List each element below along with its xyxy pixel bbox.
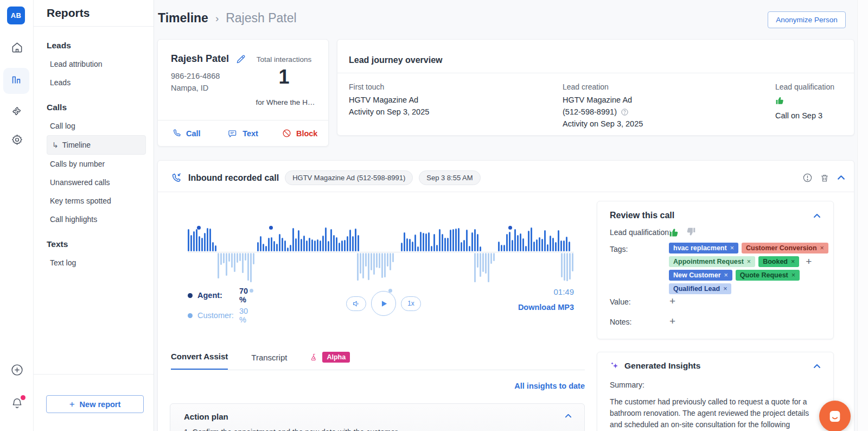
review-collapse-button[interactable] (813, 212, 821, 220)
customer-percentage: 30 % (239, 307, 248, 324)
tab-transcript[interactable]: Transcript (251, 353, 287, 370)
gear-icon (11, 134, 23, 148)
agent-waveform-bar (563, 240, 565, 251)
collapse-call-button[interactable] (837, 173, 846, 182)
delete-call-button[interactable] (820, 173, 829, 183)
reports-nav-button[interactable] (3, 68, 29, 94)
sidebar-item-text-log[interactable]: Text log (47, 253, 146, 272)
call-source-pill[interactable]: HGTV Magazine Ad (512-598-8991) (285, 170, 413, 185)
add-value-button[interactable]: + (669, 295, 675, 307)
review-call-panel: Review this call Lead qualification: Tag… (597, 201, 834, 339)
sidebar-item-unanswered-calls[interactable]: Unanswered calls (47, 173, 146, 192)
agent-waveform-bar (428, 232, 430, 251)
add-note-button[interactable]: + (669, 315, 675, 327)
tab-convert-assist[interactable]: Convert Assist (171, 352, 228, 370)
playback-speed-button[interactable]: 1x (401, 296, 421, 311)
tag-chip[interactable]: Appointment Request× (669, 256, 755, 267)
sidebar-item-label: Timeline (62, 141, 91, 149)
call-card-divider (158, 192, 854, 192)
home-nav-button[interactable] (0, 41, 34, 56)
tag-remove-icon[interactable]: × (792, 271, 795, 279)
lead-creation-label: Lead creation (563, 81, 643, 93)
agent-waveform-bar (531, 227, 532, 251)
integrations-nav-button[interactable] (0, 105, 34, 119)
customer-waveform-bar (564, 253, 565, 281)
summary-label: Summary: (610, 381, 644, 389)
call-datetime-pill[interactable]: Sep 3 8:55 AM (419, 170, 480, 185)
tag-remove-icon[interactable]: × (791, 258, 795, 265)
new-report-button[interactable]: + New report (46, 395, 144, 413)
sidebar-item-call-log[interactable]: Call log (47, 117, 146, 135)
chat-widget-button[interactable] (819, 401, 851, 431)
tag-chip[interactable]: Quote Request× (736, 270, 800, 281)
agent-waveform-bar (439, 229, 441, 251)
notifications-button[interactable] (0, 397, 34, 411)
block-button[interactable]: Block (271, 129, 328, 138)
sidebar-item-calls-by-number[interactable]: Calls by number (47, 155, 146, 173)
sidebar-item-timeline[interactable]: ↳Timeline (47, 135, 146, 155)
report-issue-button[interactable] (802, 173, 813, 183)
settings-nav-button[interactable] (0, 134, 34, 148)
customer-waveform-bar (480, 253, 481, 277)
agent-waveform-bar (517, 235, 519, 251)
download-mp3-link[interactable]: Download MP3 (471, 303, 574, 312)
tag-remove-icon[interactable]: × (723, 285, 727, 293)
account-avatar[interactable]: AB (7, 7, 25, 24)
sidebar-item-leads[interactable]: Leads (47, 73, 146, 92)
help-circle-icon[interactable] (621, 108, 629, 116)
add-tag-button[interactable]: + (806, 258, 812, 265)
tag-chip[interactable]: Qualified Lead× (669, 283, 731, 294)
customer-waveform-bar (371, 253, 372, 270)
agent-waveform-bar (417, 246, 419, 251)
block-icon (282, 129, 291, 138)
agent-waveform-bar (544, 230, 546, 251)
text-button[interactable]: Text (215, 129, 272, 138)
edit-contact-button[interactable] (235, 54, 246, 65)
sidebar-item-key-terms-spotted[interactable]: Key terms spotted (47, 192, 146, 210)
tag-chip[interactable]: hvac replacment× (669, 243, 738, 253)
segment-marker-dot (269, 226, 273, 230)
breadcrumb-timeline-link[interactable]: Timeline (158, 11, 208, 26)
call-button[interactable]: Call (158, 129, 215, 138)
anonymize-person-button[interactable]: Anonymize Person (768, 11, 846, 28)
chevron-up-icon (813, 362, 821, 371)
volume-button[interactable] (346, 296, 366, 311)
agent-waveform-bar (463, 240, 465, 251)
lead-creation-number: (512-598-8991) (563, 106, 617, 118)
tag-chip[interactable]: Booked× (758, 256, 799, 267)
thumbs-down-button[interactable] (685, 226, 696, 238)
play-button[interactable] (371, 291, 396, 316)
sidebar-item-call-highlights[interactable]: Call highlights (47, 210, 146, 229)
agent-waveform-bar (341, 240, 343, 251)
chevron-up-icon (564, 412, 572, 420)
add-button[interactable] (0, 363, 34, 379)
sidebar-footer-divider (34, 374, 154, 375)
tag-remove-icon[interactable]: × (820, 244, 824, 252)
customer-waveform-bar (247, 253, 249, 281)
agent-waveform-bar (263, 244, 264, 251)
tag-remove-icon[interactable]: × (730, 244, 734, 252)
agent-waveform-bar (477, 234, 478, 251)
action-plan-collapse-button[interactable] (564, 412, 572, 420)
tag-chip[interactable]: Customer Conversion× (742, 243, 828, 253)
agent-waveform-bar (190, 235, 192, 251)
insights-collapse-button[interactable] (813, 362, 821, 371)
tag-row: New Customer×Quote Request× (669, 270, 828, 281)
tag-remove-icon[interactable]: × (724, 271, 728, 279)
agent-waveform-bar (469, 246, 470, 251)
action-plan-first-item: 1. Confirm the appointment and the new d… (184, 428, 564, 431)
generated-insights-panel: Generated Insights Summary: The customer… (597, 352, 834, 431)
tag-remove-icon[interactable]: × (747, 258, 751, 265)
tag-chip[interactable]: New Customer× (669, 270, 732, 281)
lead-qualification-result: Call on Sep 3 (775, 110, 834, 122)
agent-waveform-bar (196, 229, 197, 251)
chevron-up-icon (813, 212, 821, 220)
sidebar-item-lead-attribution[interactable]: Lead attribution (47, 55, 146, 73)
thumbs-up-button[interactable] (669, 226, 680, 238)
reports-sidebar: Reports LeadsLead attributionLeadsCallsC… (34, 0, 154, 431)
call-waveform[interactable] (188, 226, 574, 287)
call-title: Inbound recorded call (188, 173, 279, 183)
all-insights-link[interactable]: All insights to date (427, 382, 585, 390)
agent-waveform-bar (204, 233, 206, 251)
agent-waveform-bar (569, 242, 570, 251)
